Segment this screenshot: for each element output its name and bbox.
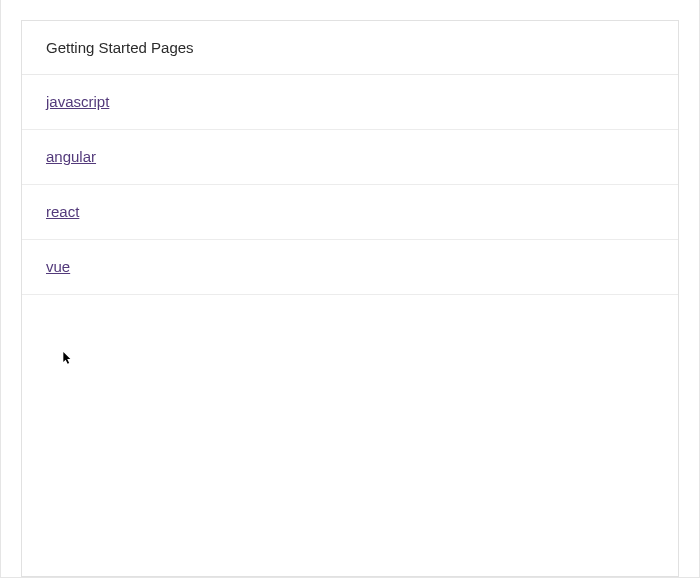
link-list: javascript angular react vue: [22, 75, 678, 295]
list-item: javascript: [22, 75, 678, 130]
link-javascript[interactable]: javascript: [46, 93, 109, 110]
list-item: angular: [22, 130, 678, 185]
panel-title: Getting Started Pages: [22, 21, 678, 75]
link-vue[interactable]: vue: [46, 258, 70, 275]
list-item: react: [22, 185, 678, 240]
getting-started-panel: Getting Started Pages javascript angular…: [21, 20, 679, 577]
link-react[interactable]: react: [46, 203, 79, 220]
list-item: vue: [22, 240, 678, 295]
outer-frame: Getting Started Pages javascript angular…: [0, 0, 700, 578]
link-angular[interactable]: angular: [46, 148, 96, 165]
